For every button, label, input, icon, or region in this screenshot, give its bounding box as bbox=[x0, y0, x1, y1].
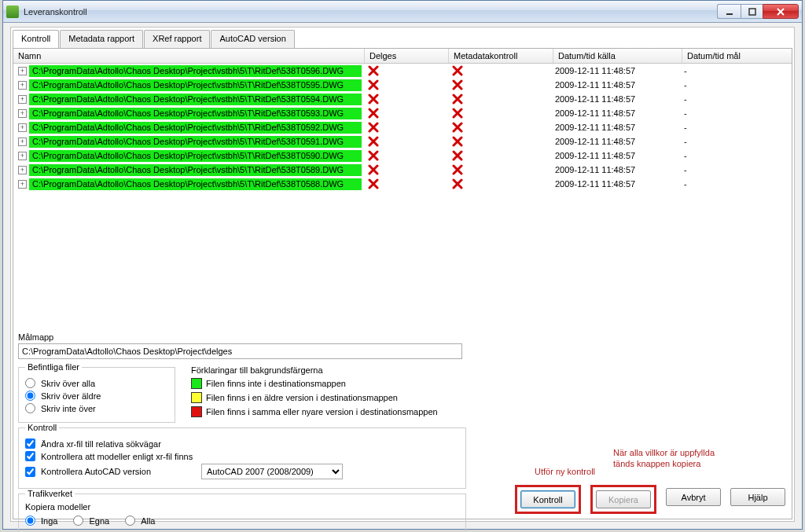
close-button[interactable] bbox=[763, 4, 799, 19]
cell-datum-kalla: 2009-12-11 11:48:57 bbox=[553, 108, 682, 118]
table-row[interactable]: +C:\ProgramData\Adtollo\Chaos Desktop\Pr… bbox=[13, 134, 792, 149]
expand-icon[interactable]: + bbox=[18, 67, 27, 75]
cell-datum-kalla: 2009-12-11 11:48:57 bbox=[553, 123, 682, 132]
swatch-yellow-icon bbox=[191, 392, 202, 403]
radio-label-egna: Egna bbox=[89, 516, 109, 526]
kopiera-modeller-label: Kopiera modeller bbox=[25, 502, 90, 512]
radio-label-alla: Skriv över alla bbox=[41, 379, 95, 388]
cell-datum-kalla: 2009-12-11 11:48:57 bbox=[553, 137, 682, 146]
expand-icon[interactable]: + bbox=[18, 166, 27, 174]
avbryt-button[interactable]: Avbryt bbox=[666, 488, 721, 506]
expand-icon[interactable]: + bbox=[18, 123, 27, 132]
maximize-button[interactable] bbox=[741, 4, 763, 19]
expand-icon[interactable]: + bbox=[18, 81, 27, 90]
legend-red: Filen finns i samma eller nyare version … bbox=[206, 407, 438, 416]
cross-icon bbox=[452, 122, 463, 133]
color-legend: Förklaringar till bakgrundsfärgerna File… bbox=[191, 365, 438, 423]
svg-rect-0 bbox=[726, 13, 733, 15]
expand-icon[interactable]: + bbox=[18, 138, 27, 146]
expand-icon[interactable]: + bbox=[18, 152, 27, 160]
table-row[interactable]: +C:\ProgramData\Adtollo\Chaos Desktop\Pr… bbox=[13, 78, 792, 92]
table-row[interactable]: +C:\ProgramData\Adtollo\Chaos Desktop\Pr… bbox=[13, 177, 792, 191]
cell-datum-mal: - bbox=[682, 94, 792, 104]
table-row[interactable]: +C:\ProgramData\Adtollo\Chaos Desktop\Pr… bbox=[13, 163, 792, 177]
file-path: C:\ProgramData\Adtollo\Chaos Desktop\Pro… bbox=[29, 79, 362, 91]
kopiera-button[interactable]: Kopiera bbox=[596, 490, 651, 508]
window-title: Leveranskontroll bbox=[24, 7, 717, 17]
cell-datum-kalla: 2009-12-11 11:48:57 bbox=[553, 66, 682, 75]
table-row[interactable]: +C:\ProgramData\Adtollo\Chaos Desktop\Pr… bbox=[13, 64, 792, 78]
dialog-buttons: Kontroll Kopiera Avbryt Hjälp bbox=[515, 485, 785, 514]
hjalp-button[interactable]: Hjälp bbox=[730, 488, 785, 506]
cross-icon bbox=[368, 79, 379, 90]
annotation-utfor: Utför ny kontroll bbox=[535, 467, 595, 476]
table-row[interactable]: +C:\ProgramData\Adtollo\Chaos Desktop\Pr… bbox=[13, 149, 792, 163]
table-row[interactable]: +C:\ProgramData\Adtollo\Chaos Desktop\Pr… bbox=[13, 92, 792, 106]
file-path: C:\ProgramData\Adtollo\Chaos Desktop\Pro… bbox=[29, 164, 362, 176]
cross-icon bbox=[368, 150, 379, 161]
file-path: C:\ProgramData\Adtollo\Chaos Desktop\Pro… bbox=[29, 122, 362, 134]
cell-datum-mal: - bbox=[682, 80, 792, 90]
annotation-villkor: När alla villkor är uppfyllda tänds knap… bbox=[613, 447, 715, 469]
kontroll-button[interactable]: Kontroll bbox=[520, 490, 575, 508]
col-datum-mal[interactable]: Datum/tid mål bbox=[682, 49, 792, 63]
title-bar: Leveranskontroll bbox=[3, 1, 802, 23]
legend-green: Filen finns inte i destinationsmappen bbox=[206, 379, 346, 388]
col-metadatakontroll[interactable]: Metadatakontroll bbox=[449, 49, 553, 63]
malmapp-label: Målmapp bbox=[18, 332, 787, 342]
tab-metadata-rapport[interactable]: Metadata rapport bbox=[60, 30, 143, 48]
expand-icon[interactable]: + bbox=[18, 95, 27, 104]
window-controls bbox=[717, 4, 799, 19]
radio-inga[interactable] bbox=[25, 515, 35, 526]
radio-egna[interactable] bbox=[73, 515, 83, 526]
malmapp-group: Målmapp bbox=[18, 332, 787, 359]
cross-icon bbox=[368, 136, 379, 147]
cell-datum-kalla: 2009-12-11 11:48:57 bbox=[553, 151, 682, 160]
radio-alla[interactable] bbox=[125, 515, 135, 526]
cross-icon bbox=[368, 94, 379, 105]
autocad-version-select[interactable]: AutoCAD 2007 (2008/2009) bbox=[201, 464, 343, 479]
radio-label-inte: Skriv inte över bbox=[41, 404, 96, 413]
cross-icon bbox=[452, 108, 463, 119]
grid-header: Namn Delges Metadatakontroll Datum/tid k… bbox=[13, 49, 792, 64]
cross-icon bbox=[368, 122, 379, 133]
col-namn[interactable]: Namn bbox=[13, 49, 365, 63]
grid-body: +C:\ProgramData\Adtollo\Chaos Desktop\Pr… bbox=[13, 64, 792, 191]
col-datum-kalla[interactable]: Datum/tid källa bbox=[553, 49, 682, 63]
befintliga-title: Befintliga filer bbox=[25, 362, 82, 372]
chk-modeller-finns[interactable] bbox=[25, 451, 35, 461]
tab-bar: Kontroll Metadata rapport XRef rapport A… bbox=[13, 29, 794, 47]
chk-label-1: Ändra xr-fil till relativa sökvägar bbox=[41, 439, 161, 449]
kontroll-fieldset: Kontroll Ändra xr-fil till relativa sökv… bbox=[18, 427, 466, 489]
chk-relativa-sokvagar[interactable] bbox=[25, 438, 35, 449]
radio-label-inga: Inga bbox=[41, 516, 57, 526]
tab-xref-rapport[interactable]: XRef rapport bbox=[144, 30, 210, 48]
file-path: C:\ProgramData\Adtollo\Chaos Desktop\Pro… bbox=[29, 108, 362, 119]
tab-autocad-version[interactable]: AutoCAD version bbox=[211, 30, 294, 48]
legend-title: Förklaringar till bakgrundsfärgerna bbox=[191, 365, 438, 375]
cross-icon bbox=[452, 178, 463, 189]
radio-skriv-over-alla[interactable] bbox=[25, 378, 35, 388]
minimize-button[interactable] bbox=[717, 4, 741, 19]
radio-skriv-over-aldre[interactable] bbox=[25, 391, 35, 401]
chk-autocad-version[interactable] bbox=[25, 467, 35, 477]
table-row[interactable]: +C:\ProgramData\Adtollo\Chaos Desktop\Pr… bbox=[13, 120, 792, 134]
cross-icon bbox=[368, 178, 379, 189]
expand-icon[interactable]: + bbox=[18, 180, 27, 189]
cell-datum-mal: - bbox=[682, 137, 792, 146]
app-icon bbox=[6, 6, 19, 18]
file-path: C:\ProgramData\Adtollo\Chaos Desktop\Pro… bbox=[29, 178, 362, 190]
radio-skriv-inte-over[interactable] bbox=[25, 403, 35, 413]
file-path: C:\ProgramData\Adtollo\Chaos Desktop\Pro… bbox=[29, 94, 362, 105]
cell-datum-mal: - bbox=[682, 123, 792, 132]
kontroll-title: Kontroll bbox=[25, 423, 59, 432]
cell-datum-kalla: 2009-12-11 11:48:57 bbox=[553, 165, 682, 174]
cross-icon bbox=[452, 164, 463, 175]
col-delges[interactable]: Delges bbox=[365, 49, 449, 63]
cross-icon bbox=[368, 164, 379, 175]
table-row[interactable]: +C:\ProgramData\Adtollo\Chaos Desktop\Pr… bbox=[13, 106, 792, 120]
swatch-green-icon bbox=[191, 378, 202, 389]
tab-kontroll[interactable]: Kontroll bbox=[13, 30, 59, 48]
malmapp-input[interactable] bbox=[18, 343, 462, 359]
expand-icon[interactable]: + bbox=[18, 109, 27, 118]
